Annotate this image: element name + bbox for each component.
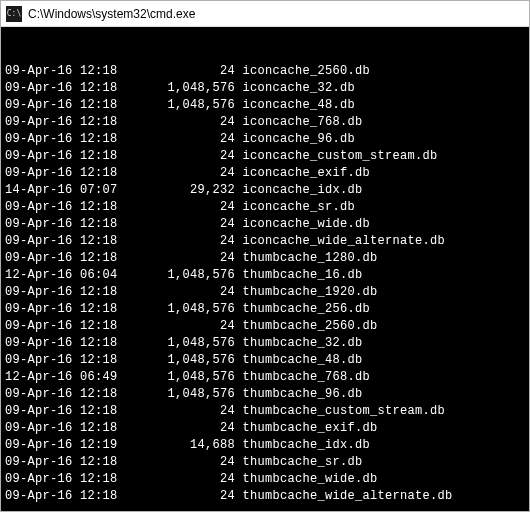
- dir-entry: 09-Apr-1612:1824 iconcache_wide.db: [5, 216, 525, 233]
- dir-listing: 09-Apr-1612:1824 iconcache_2560.db09-Apr…: [5, 63, 525, 505]
- cmd-window: C:\ C:\Windows\system32\cmd.exe 09-Apr-1…: [0, 0, 530, 512]
- terminal-output[interactable]: 09-Apr-1612:1824 iconcache_2560.db09-Apr…: [1, 27, 529, 511]
- dir-entry: 09-Apr-1612:181,048,576 iconcache_48.db: [5, 97, 525, 114]
- dir-entry: 09-Apr-1612:1824 iconcache_exif.db: [5, 165, 525, 182]
- dir-entry: 09-Apr-1612:1824 thumbcache_1920.db: [5, 284, 525, 301]
- dir-entry: 09-Apr-1612:181,048,576 thumbcache_32.db: [5, 335, 525, 352]
- window-title: C:\Windows\system32\cmd.exe: [28, 7, 195, 21]
- dir-entry: 09-Apr-1612:1824 iconcache_wide_alternat…: [5, 233, 525, 250]
- dir-entry: 09-Apr-1612:1824 thumbcache_sr.db: [5, 454, 525, 471]
- dir-entry: 09-Apr-1612:1824 thumbcache_custom_strea…: [5, 403, 525, 420]
- dir-entry: 09-Apr-1612:1824 iconcache_2560.db: [5, 63, 525, 80]
- dir-entry: 14-Apr-1607:0729,232 iconcache_idx.db: [5, 182, 525, 199]
- dir-entry: 12-Apr-1606:491,048,576 thumbcache_768.d…: [5, 369, 525, 386]
- dir-entry: 09-Apr-1612:1824 iconcache_768.db: [5, 114, 525, 131]
- dir-entry: 09-Apr-1612:181,048,576 thumbcache_96.db: [5, 386, 525, 403]
- dir-entry: 09-Apr-1612:181,048,576 thumbcache_48.db: [5, 352, 525, 369]
- dir-entry: 09-Apr-1612:1824 thumbcache_2560.db: [5, 318, 525, 335]
- dir-entry: 09-Apr-1612:1824 iconcache_sr.db: [5, 199, 525, 216]
- dir-entry: 09-Apr-1612:1824 thumbcache_exif.db: [5, 420, 525, 437]
- dir-entry: 09-Apr-1612:1824 thumbcache_1280.db: [5, 250, 525, 267]
- dir-entry: 09-Apr-1612:1824 thumbcache_wide.db: [5, 471, 525, 488]
- dir-entry: 12-Apr-1606:041,048,576 thumbcache_16.db: [5, 267, 525, 284]
- dir-entry: 09-Apr-1612:181,048,576 iconcache_32.db: [5, 80, 525, 97]
- dir-entry: 09-Apr-1612:1914,688 thumbcache_idx.db: [5, 437, 525, 454]
- titlebar[interactable]: C:\ C:\Windows\system32\cmd.exe: [1, 1, 529, 27]
- dir-entry: 09-Apr-1612:181,048,576 thumbcache_256.d…: [5, 301, 525, 318]
- dir-entry: 09-Apr-1612:1824 thumbcache_wide_alterna…: [5, 488, 525, 505]
- dir-entry: 09-Apr-1612:1824 iconcache_custom_stream…: [5, 148, 525, 165]
- cmd-icon: C:\: [6, 6, 22, 22]
- dir-entry: 09-Apr-1612:1824 iconcache_96.db: [5, 131, 525, 148]
